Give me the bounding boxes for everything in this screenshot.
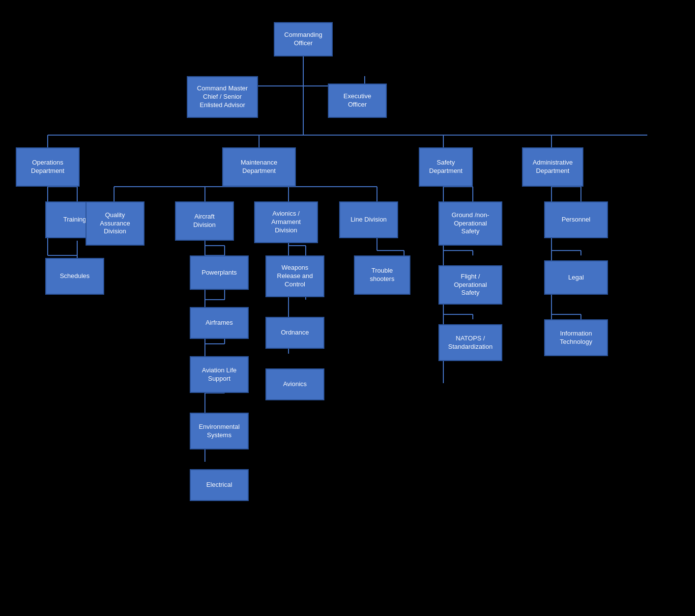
box-avionics-armament: Avionics /ArmamentDivision bbox=[254, 201, 318, 243]
box-flight-safety: Flight /OperationalSafety bbox=[438, 265, 502, 305]
box-environmental: EnvironmentalSystems bbox=[190, 413, 249, 449]
box-personnel: Personnel bbox=[544, 201, 608, 238]
box-airframes: Airframes bbox=[190, 307, 249, 339]
box-admin-dept: AdministrativeDepartment bbox=[522, 147, 583, 187]
box-aircraft-division: AircraftDivision bbox=[175, 201, 234, 241]
box-ground-safety: Ground /non-OperationalSafety bbox=[438, 201, 502, 246]
box-powerplants: Powerplants bbox=[190, 255, 249, 290]
box-quality-assurance: QualityAssuranceDivision bbox=[86, 201, 145, 246]
org-chart: CommandingOfficer Command MasterChief / … bbox=[11, 10, 684, 599]
box-executive-officer: ExecutiveOfficer bbox=[328, 84, 387, 118]
box-natops: NATOPS /Standardization bbox=[438, 324, 502, 361]
box-commanding-officer: CommandingOfficer bbox=[274, 22, 333, 56]
box-legal: Legal bbox=[544, 260, 608, 295]
box-weapons-release: WeaponsRelease andControl bbox=[265, 255, 324, 297]
box-schedules: Schedules bbox=[45, 258, 104, 295]
box-electrical: Electrical bbox=[190, 469, 249, 501]
box-line-division: Line Division bbox=[339, 201, 398, 238]
box-trouble-shooters: Troubleshooters bbox=[354, 255, 410, 295]
box-operations-dept: OperationsDepartment bbox=[16, 147, 80, 187]
box-safety-dept: SafetyDepartment bbox=[419, 147, 473, 187]
box-information-tech: InformationTechnology bbox=[544, 319, 608, 356]
box-command-master-chief: Command MasterChief / SeniorEnlisted Adv… bbox=[187, 76, 258, 118]
box-ordnance: Ordnance bbox=[265, 317, 324, 349]
box-maintenance-dept: MaintenanceDepartment bbox=[222, 147, 296, 187]
box-avionics-sub: Avionics bbox=[265, 368, 324, 400]
box-aviation-life: Aviation LifeSupport bbox=[190, 356, 249, 393]
